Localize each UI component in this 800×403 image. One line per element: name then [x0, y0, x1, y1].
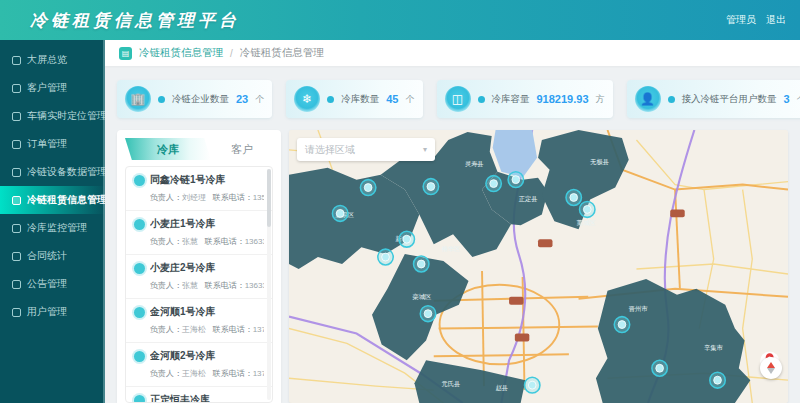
cold-storage-marker-icon[interactable] — [420, 306, 435, 322]
sidebar-item[interactable]: 车辆实时定位管理 — [0, 102, 105, 130]
cold-storage-marker-icon[interactable] — [486, 176, 501, 192]
bullet-dot-icon — [668, 96, 675, 103]
sidebar-item[interactable]: 冷库监控管理 — [0, 214, 105, 242]
monitor-icon — [12, 224, 21, 233]
warehouse-title: 金河顺1号冷库 — [150, 305, 216, 319]
cold-storage-marker-icon[interactable] — [525, 377, 540, 393]
region-label: 赵县 — [496, 384, 509, 392]
app-root: 冷链租赁信息管理平台 管理员 退出 大屏总览客户管理车辆实时定位管理订单管理冷链… — [0, 0, 800, 403]
cold-storage-marker-icon[interactable] — [378, 249, 393, 265]
sidebar-item[interactable]: 公告管理 — [0, 270, 105, 298]
map-canvas[interactable]: 鹿泉区灵寿县正定县无极县藁城区新华区裕华区栾城区元氏县赵县晋州市辛集市 请选择区… — [289, 130, 788, 403]
truck-icon — [12, 112, 21, 121]
tab-customer[interactable]: 客户 — [211, 142, 273, 157]
breadcrumb: ▤ 冷链租赁信息管理 / 冷链租赁信息管理 — [105, 40, 800, 66]
cold-storage-marker-icon[interactable] — [414, 256, 429, 272]
warehouse-meta: 负责人：刘经理 联系电话：13582011736 — [150, 192, 264, 203]
warehouse-list-item[interactable]: 小麦庄1号冷库负责人：张慧 联系电话：13633015621 — [126, 211, 272, 255]
sidebar-item-label: 冷库监控管理 — [27, 221, 87, 235]
panel-tabs: 冷库 客户 — [125, 138, 273, 160]
sidebar-item[interactable]: 大屏总览 — [0, 46, 105, 74]
cold-storage-marker-icon[interactable] — [360, 180, 375, 196]
cold-storage-marker-icon[interactable] — [614, 317, 629, 333]
sidebar-item-label: 公告管理 — [27, 277, 67, 291]
road-shield-icon — [515, 334, 529, 342]
warehouse-icon: ❄ — [294, 86, 320, 112]
cold-storage-marker-icon[interactable] — [652, 360, 667, 376]
sidebar-item[interactable]: 订单管理 — [0, 130, 105, 158]
cold-storage-marker-icon[interactable] — [566, 190, 581, 206]
warehouse-list-item[interactable]: 小麦庄2号冷库负责人：张慧 联系电话：13633015621 — [126, 255, 272, 299]
region-label: 无极县 — [590, 158, 609, 166]
warehouse-dot-icon — [134, 219, 145, 230]
warehouse-panel: 冷库 客户 同鑫冷链1号冷库负责人：刘经理 联系电话：13582011736小麦… — [117, 130, 281, 403]
cold-storage-marker-icon[interactable] — [399, 231, 414, 247]
region-select[interactable]: 请选择区域 ▾ — [297, 138, 435, 161]
sidebar-item[interactable]: 冷链设备数据管理 — [0, 158, 105, 186]
cold-storage-marker-icon[interactable] — [332, 205, 347, 221]
warehouse-title: 小麦庄1号冷库 — [150, 217, 216, 231]
sidebar-item[interactable]: 冷链租赁信息管理 — [0, 186, 105, 214]
main-area: ▤ 冷链租赁信息管理 / 冷链租赁信息管理 🏢冷链企业数量23个❄冷库数量45个… — [105, 40, 800, 403]
breadcrumb-separator: / — [230, 48, 233, 59]
region-label: 晋州市 — [629, 305, 648, 313]
stat-card: 🏢冷链企业数量23个 — [117, 80, 272, 118]
sidebar-item-label: 冷链租赁信息管理 — [27, 193, 105, 207]
rental-icon — [12, 196, 21, 205]
user-name[interactable]: 管理员 — [726, 13, 756, 27]
region-label: 裕华区 — [441, 245, 460, 253]
breadcrumb-current: 冷链租赁信息管理 — [240, 46, 324, 60]
warehouse-list-item[interactable]: 正定恒丰冷库负责人：李建国 联系电话：13931186520 — [126, 387, 272, 403]
logout-link[interactable]: 退出 — [766, 13, 786, 27]
region-label: 元氏县 — [441, 380, 460, 387]
cold-storage-marker-icon[interactable] — [508, 172, 523, 188]
warehouse-dot-icon — [134, 307, 145, 318]
warehouse-list-item[interactable]: 同鑫冷链1号冷库负责人：刘经理 联系电话：13582011736 — [126, 167, 272, 211]
compass-control[interactable] — [760, 357, 782, 379]
warehouse-dot-icon — [134, 175, 145, 186]
breadcrumb-icon: ▤ — [119, 47, 132, 60]
sidebar-item[interactable]: 用户管理 — [0, 298, 105, 326]
order-icon — [12, 140, 21, 149]
sidebar-item-label: 客户管理 — [27, 81, 67, 95]
warehouse-title: 正定恒丰冷库 — [150, 393, 210, 403]
region-label: 灵寿县 — [465, 160, 484, 167]
chevron-down-icon: ▾ — [423, 145, 427, 154]
stat-card: ◫冷库容量918219.93方 — [437, 80, 613, 118]
bullet-dot-icon — [327, 96, 334, 103]
warehouse-list: 同鑫冷链1号冷库负责人：刘经理 联系电话：13582011736小麦庄1号冷库负… — [125, 166, 273, 403]
breadcrumb-root[interactable]: 冷链租赁信息管理 — [139, 46, 223, 60]
stat-card: 👤接入冷链平台用户数量3个 — [627, 80, 800, 118]
warehouse-meta: 负责人：王海松 联系电话：13703211845 — [150, 324, 264, 335]
cold-storage-marker-icon[interactable] — [580, 201, 595, 217]
warehouse-title: 同鑫冷链1号冷库 — [150, 173, 226, 187]
sidebar-item-label: 大屏总览 — [27, 53, 67, 67]
notice-icon — [12, 280, 21, 289]
region-label: 辛集市 — [704, 344, 723, 351]
road-shield-icon — [538, 239, 552, 247]
warehouse-meta: 负责人：张慧 联系电话：13633015621 — [150, 236, 264, 247]
region-label: 栾城区 — [413, 293, 432, 300]
contract-icon — [12, 252, 21, 261]
tab-warehouse[interactable]: 冷库 — [125, 138, 211, 160]
dashboard-icon — [12, 56, 21, 65]
list-scrollbar[interactable] — [267, 169, 271, 400]
sidebar-item[interactable]: 客户管理 — [0, 74, 105, 102]
sidebar-item-label: 车辆实时定位管理 — [27, 109, 105, 123]
sidebar-item-label: 合同统计 — [27, 249, 67, 263]
platform-user-icon: 👤 — [635, 86, 661, 112]
warehouse-title: 小麦庄2号冷库 — [150, 261, 216, 275]
cold-storage-marker-icon[interactable] — [423, 179, 438, 195]
stat-label: 冷链企业数量 — [172, 93, 229, 106]
cold-storage-marker-icon[interactable] — [710, 372, 725, 388]
warehouse-list-item[interactable]: 金河顺2号冷库负责人：王海松 联系电话：13703211845 — [126, 343, 272, 387]
warehouse-meta: 负责人：王海松 联系电话：13703211845 — [150, 368, 264, 379]
map-svg: 鹿泉区灵寿县正定县无极县藁城区新华区裕华区栾城区元氏县赵县晋州市辛集市 — [289, 130, 788, 403]
sidebar-item[interactable]: 合同统计 — [0, 242, 105, 270]
stat-unit: 方 — [596, 93, 605, 106]
warehouse-dot-icon — [134, 395, 145, 403]
app-header: 冷链租赁信息管理平台 管理员 退出 — [0, 0, 800, 40]
warehouse-list-item[interactable]: 金河顺1号冷库负责人：王海松 联系电话：13703211845 — [126, 299, 272, 343]
app-title: 冷链租赁信息管理平台 — [30, 9, 240, 32]
sidebar-item-label: 订单管理 — [27, 137, 67, 151]
